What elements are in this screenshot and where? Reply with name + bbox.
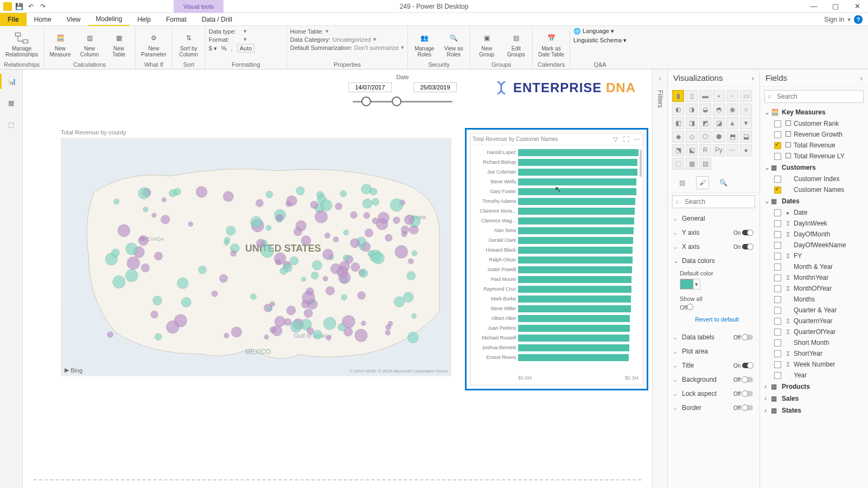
decimal-auto[interactable]: Auto — [237, 44, 255, 53]
bar-row[interactable]: Juan Perkins — [473, 323, 639, 333]
field-checkbox[interactable] — [774, 131, 781, 138]
defsum-value[interactable]: Don't summarize — [354, 44, 399, 51]
bar-row[interactable]: Clarence Wag... — [473, 216, 639, 226]
toggle[interactable]: Off — [733, 391, 754, 397]
linguistic-schema-dropdown[interactable]: Linguistic Schema ▾ — [573, 37, 627, 44]
field-item[interactable]: ΣMonthnYear — [760, 272, 868, 283]
bar-row[interactable]: Gary Foster — [473, 187, 639, 196]
language-dropdown[interactable]: 🌐 Language ▾ — [573, 28, 614, 35]
format-section-data-colors[interactable]: ⌄Data colors — [668, 254, 760, 268]
show-all-toggle[interactable]: Off — [680, 304, 687, 311]
field-item[interactable]: DayOfWeekName — [760, 240, 868, 251]
new-table-button[interactable]: ▦New Table — [106, 29, 132, 59]
field-item[interactable]: ΣShortYear — [760, 348, 868, 359]
tab-view[interactable]: View — [59, 13, 88, 26]
viz-type-icon[interactable]: ▲ — [726, 117, 738, 129]
bar-row[interactable]: Mark Burke — [473, 294, 639, 304]
field-item[interactable]: ΣDayInWeek — [760, 218, 868, 229]
field-checkbox[interactable] — [774, 264, 781, 271]
format-search-input[interactable] — [672, 195, 755, 208]
sign-in-link[interactable]: Sign in — [824, 16, 844, 23]
bar-row[interactable]: Steve Wells — [473, 177, 639, 187]
field-item[interactable]: Months — [760, 294, 868, 305]
chart-scrollbar[interactable] — [640, 150, 642, 177]
field-table-customers[interactable]: ⌄▦Customers — [760, 162, 868, 174]
field-checkbox[interactable] — [774, 339, 781, 346]
filter-icon[interactable]: ▽ — [611, 136, 619, 143]
help-icon[interactable]: ? — [854, 15, 863, 24]
field-item[interactable]: ΣQuarternYear — [760, 316, 868, 326]
bar-row[interactable]: Timothy Adams — [473, 196, 639, 206]
field-item[interactable]: Total Revenue LY — [760, 151, 868, 162]
bar-row[interactable]: Richard Bishop — [473, 157, 639, 167]
manage-roles-button[interactable]: 👥Manage Roles — [411, 29, 437, 59]
model-view-icon[interactable]: ⬚ — [4, 117, 19, 132]
format-section-background[interactable]: ⌵BackgroundOff — [668, 373, 760, 387]
viz-type-icon[interactable]: ▮ — [672, 90, 684, 102]
bar-row[interactable]: Ernest Rivera — [473, 352, 639, 362]
viz-type-icon[interactable]: ▫ — [726, 90, 738, 102]
bar-row[interactable]: Harold Lopez — [473, 147, 639, 157]
new-column-button[interactable]: ▥New Column — [76, 29, 103, 59]
field-item[interactable]: ΣQuarterOfYear — [760, 326, 868, 337]
field-checkbox[interactable] — [774, 296, 781, 303]
toggle[interactable]: Off — [733, 377, 754, 383]
field-table-products[interactable]: ›▦Products — [760, 381, 868, 393]
viz-type-icon[interactable]: ⬕ — [686, 144, 698, 156]
viz-type-icon[interactable]: Py — [713, 144, 725, 156]
format-tab-icon[interactable]: 🖌 — [696, 176, 709, 189]
fields-search-input[interactable] — [764, 90, 864, 103]
field-checkbox[interactable] — [774, 220, 781, 227]
new-parameter-button[interactable]: ⚙New Parameter — [139, 29, 169, 59]
viz-type-icon[interactable]: ◪ — [713, 117, 725, 129]
toggle[interactable]: On — [733, 244, 754, 250]
field-checkbox[interactable] — [774, 274, 781, 281]
minimize-button[interactable]: — — [803, 0, 825, 13]
viz-type-icon[interactable]: ▯ — [686, 90, 698, 102]
report-view-icon[interactable]: 📊 — [0, 74, 22, 89]
format-section-data-labels[interactable]: ⌵Data labelsOff — [668, 330, 760, 344]
bar-row[interactable]: Alan Sims — [473, 226, 639, 235]
expand-filters-icon[interactable]: ‹ — [659, 75, 661, 82]
viz-type-icon[interactable]: ⬡ — [699, 131, 711, 143]
save-icon[interactable]: 💾 — [14, 2, 24, 11]
format-section-plot-area[interactable]: ⌵Plot area — [668, 344, 760, 358]
viz-type-icon[interactable]: ◐ — [672, 104, 684, 115]
field-item[interactable]: ΣFY — [760, 251, 868, 261]
field-item[interactable]: Year — [760, 370, 868, 381]
viz-type-icon[interactable]: ⋯ — [726, 144, 738, 156]
field-checkbox[interactable] — [774, 187, 781, 194]
format-section-x-axis[interactable]: ⌵X axisOn — [668, 240, 760, 254]
tab-home[interactable]: Home — [27, 13, 59, 26]
field-item[interactable]: ΣWeek Number — [760, 359, 868, 370]
format-section-lock-aspect[interactable]: ⌵Lock aspectOff — [668, 387, 760, 401]
field-item[interactable]: Customer Rank — [760, 118, 868, 129]
viz-type-icon[interactable]: ▤ — [699, 158, 711, 170]
viz-type-icon[interactable]: ▭ — [740, 90, 752, 102]
viz-type-icon[interactable]: ▬ — [699, 90, 711, 102]
bar-row[interactable]: Justin Powell — [473, 265, 639, 274]
field-table-dates[interactable]: ⌄▦Dates — [760, 195, 868, 207]
viz-type-icon[interactable]: ◇ — [686, 131, 698, 143]
field-checkbox[interactable] — [774, 329, 781, 336]
field-item[interactable]: ΣMonthOfYear — [760, 283, 868, 294]
field-checkbox[interactable] — [774, 231, 781, 238]
field-table-key-measures[interactable]: ⌄🧮Key Measures — [760, 106, 868, 118]
map-visual[interactable]: Total Revenue by county UNITED STATES ME… — [61, 129, 451, 378]
comma-icon[interactable]: , — [231, 45, 233, 52]
tab-help[interactable]: Help — [130, 13, 158, 26]
percent-icon[interactable]: % — [221, 45, 227, 52]
bar-row[interactable]: Gerald Clark — [473, 235, 639, 245]
viz-type-icon[interactable]: ◑ — [686, 104, 698, 115]
field-item[interactable]: Short Month — [760, 337, 868, 348]
slicer-handle-end[interactable] — [392, 97, 401, 106]
new-measure-button[interactable]: 🧮New Measure — [47, 29, 73, 59]
field-item[interactable]: Quarter & Year — [760, 305, 868, 316]
field-checkbox[interactable] — [774, 142, 781, 149]
viz-type-icon[interactable]: ⬓ — [740, 131, 752, 143]
toggle[interactable]: Off — [733, 335, 754, 341]
currency-icon[interactable]: $ ▾ — [209, 45, 217, 52]
viz-type-icon[interactable]: R — [699, 144, 711, 156]
viz-type-icon[interactable]: ▦ — [686, 158, 698, 170]
field-checkbox[interactable] — [774, 350, 781, 357]
